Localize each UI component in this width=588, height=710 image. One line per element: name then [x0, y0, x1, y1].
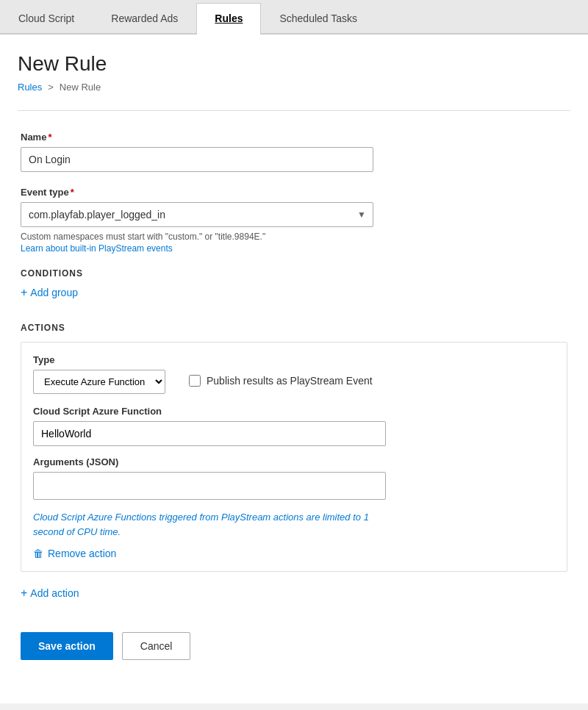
- tab-rewarded-ads[interactable]: Rewarded Ads: [93, 3, 196, 33]
- actions-heading: ACTIONS: [21, 323, 567, 333]
- trash-icon: 🗑: [33, 548, 43, 559]
- remove-action-button[interactable]: 🗑 Remove action: [33, 548, 116, 559]
- event-type-select[interactable]: com.playfab.player_logged_incom.playfab.…: [21, 202, 373, 227]
- arguments-label: Arguments (JSON): [33, 456, 555, 467]
- header-divider: [18, 110, 570, 111]
- actions-section: ACTIONS Type Execute Azure FunctionExecu…: [21, 323, 567, 600]
- event-type-field-group: Event type* com.playfab.player_logged_in…: [21, 187, 567, 254]
- footer-buttons: Save action Cancel: [21, 620, 567, 660]
- form-section: Name* Event type* com.playfab.player_log…: [18, 132, 570, 660]
- main-content: New Rule Rules > New Rule Name* Event ty…: [0, 35, 588, 703]
- sub-fields-area: Cloud Script Azure Function HelloWorldAn…: [33, 406, 555, 559]
- add-action-row: + Add action: [21, 587, 567, 600]
- type-group: Type Execute Azure FunctionExecute Cloud…: [33, 354, 165, 394]
- tab-cloud-script[interactable]: Cloud Script: [0, 3, 93, 33]
- name-label: Name*: [21, 132, 567, 143]
- name-input[interactable]: [21, 147, 373, 172]
- function-select[interactable]: HelloWorldAnotherFunction: [33, 421, 386, 446]
- tab-bar: Cloud Script Rewarded Ads Rules Schedule…: [0, 0, 588, 35]
- event-type-label: Event type*: [21, 187, 567, 198]
- breadcrumb: Rules > New Rule: [18, 82, 570, 93]
- cpu-note: Cloud Script Azure Functions triggered f…: [33, 510, 401, 539]
- type-label: Type: [33, 354, 165, 365]
- breadcrumb-current: New Rule: [60, 82, 101, 93]
- name-required: *: [48, 132, 51, 143]
- name-field-group: Name*: [21, 132, 567, 172]
- cloud-script-field: Cloud Script Azure Function HelloWorldAn…: [33, 406, 555, 446]
- cloud-script-label: Cloud Script Azure Function: [33, 406, 555, 417]
- plus-icon-actions: +: [21, 587, 27, 600]
- publish-checkbox[interactable]: [189, 375, 201, 387]
- remove-action-label: Remove action: [48, 548, 116, 559]
- learn-link[interactable]: Learn about built-in PlayStream events: [21, 243, 173, 254]
- add-group-label: Add group: [30, 287, 78, 298]
- add-action-label: Add action: [30, 587, 79, 599]
- action-type-row: Type Execute Azure FunctionExecute Cloud…: [33, 354, 555, 394]
- arguments-field: Arguments (JSON): [33, 456, 555, 500]
- publish-label: Publish results as PlayStream Event: [207, 375, 373, 387]
- add-group-button[interactable]: + Add group: [21, 286, 78, 299]
- action-card: Type Execute Azure FunctionExecute Cloud…: [21, 342, 567, 572]
- type-select[interactable]: Execute Azure FunctionExecute CloudScrip…: [33, 370, 165, 394]
- event-type-required: *: [71, 187, 74, 198]
- event-type-helper: Custom namespaces must start with "custo…: [21, 232, 567, 242]
- function-select-wrapper: HelloWorldAnotherFunction: [33, 421, 386, 446]
- arguments-input[interactable]: [33, 472, 386, 500]
- conditions-section: CONDITIONS + Add group: [21, 268, 567, 299]
- add-action-button[interactable]: + Add action: [21, 587, 79, 600]
- conditions-heading: CONDITIONS: [21, 268, 567, 279]
- tab-scheduled-tasks[interactable]: Scheduled Tasks: [261, 3, 376, 33]
- breadcrumb-parent-link[interactable]: Rules: [18, 82, 42, 93]
- tab-rules[interactable]: Rules: [196, 3, 261, 35]
- plus-icon: +: [21, 286, 27, 299]
- save-button[interactable]: Save action: [21, 632, 113, 660]
- publish-row: Publish results as PlayStream Event: [189, 354, 373, 387]
- page-title: New Rule: [18, 52, 570, 76]
- event-type-select-wrapper: com.playfab.player_logged_incom.playfab.…: [21, 202, 373, 227]
- cancel-button[interactable]: Cancel: [122, 632, 191, 660]
- breadcrumb-separator: >: [48, 82, 54, 93]
